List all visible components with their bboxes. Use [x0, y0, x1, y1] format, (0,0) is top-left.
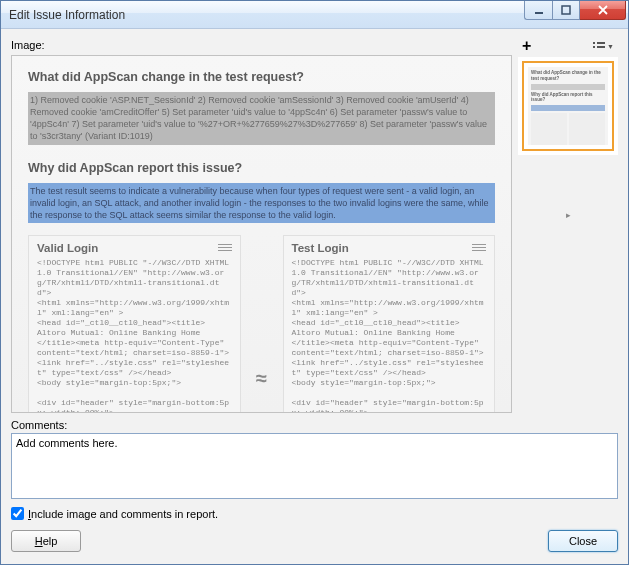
close-button[interactable]: Close: [548, 530, 618, 552]
approx-icon: ≈: [253, 315, 271, 412]
window-title: Edit Issue Information: [9, 8, 524, 22]
comments-label: Comments:: [11, 419, 618, 431]
lines-icon: [472, 244, 486, 252]
report-answer-1: 1) Removed cookie 'ASP.NET_SessionId' 2)…: [28, 92, 495, 145]
svg-rect-3: [597, 42, 605, 44]
valid-login-code: <!DOCTYPE html PUBLIC "-//W3C//DTD XHTML…: [37, 258, 232, 412]
comments-input[interactable]: [11, 433, 618, 499]
image-panel: Image: What did AppScan change in the te…: [11, 39, 512, 413]
report-answer-2: The test result seems to indicate a vuln…: [28, 183, 495, 223]
image-label: Image:: [11, 39, 512, 51]
expand-handle-icon[interactable]: ▸: [563, 195, 573, 235]
test-login-code: <!DOCTYPE html PUBLIC "-//W3C//DTD XHTML…: [292, 258, 487, 412]
thumbnail-item[interactable]: What did AppScan change in the test requ…: [522, 61, 614, 151]
svg-rect-1: [562, 6, 570, 14]
report-question-1: What did AppScan change in the test requ…: [28, 70, 495, 84]
valid-login-title: Valid Login: [37, 242, 98, 254]
include-checkbox[interactable]: [11, 507, 24, 520]
svg-rect-4: [593, 46, 595, 48]
thumbnail-sidebar: + ▼ What did AppScan change in the test …: [518, 39, 618, 413]
valid-login-column: Valid Login <!DOCTYPE html PUBLIC "-//W3…: [28, 235, 241, 412]
help-button[interactable]: Help: [11, 530, 81, 552]
svg-rect-5: [597, 46, 605, 48]
titlebar[interactable]: Edit Issue Information: [1, 1, 628, 29]
maximize-button[interactable]: [552, 1, 580, 20]
test-login-title: Test Login: [292, 242, 349, 254]
lines-icon: [218, 244, 232, 252]
report-question-2: Why did AppScan report this issue?: [28, 161, 495, 175]
svg-rect-2: [593, 42, 595, 44]
list-options-icon[interactable]: ▼: [593, 41, 614, 51]
test-login-column: Test Login <!DOCTYPE html PUBLIC "-//W3C…: [283, 235, 496, 412]
minimize-button[interactable]: [524, 1, 552, 20]
add-icon[interactable]: +: [522, 41, 531, 51]
image-preview: What did AppScan change in the test requ…: [11, 55, 512, 413]
close-window-button[interactable]: [580, 1, 626, 20]
svg-rect-0: [535, 12, 543, 14]
include-label[interactable]: Include image and comments in report.: [28, 508, 218, 520]
dialog-content: Image: What did AppScan change in the te…: [1, 29, 628, 564]
dialog-window: Edit Issue Information Image: What did A…: [0, 0, 629, 565]
